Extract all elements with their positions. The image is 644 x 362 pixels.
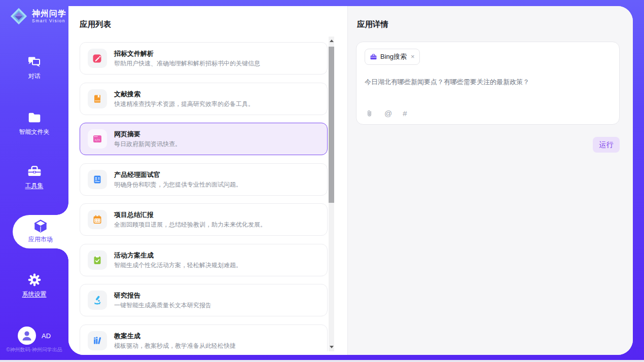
app-card-event-plan[interactable]: 活动方案生成 智能生成个性化活动方案，轻松解决规划难题。 [80,244,328,276]
app-name: 活动方案生成 [114,251,242,259]
app-desc: 每日政府新闻资讯快查。 [114,140,181,148]
scrollbar-up-arrow[interactable] [329,38,334,45]
app-detail-panel: 应用详情 Bing搜索 × 今日湖北有哪些新闻要点？有哪些需要关注的最新政策？ [348,6,633,355]
app-card-pm-interviewer[interactable]: 产品经理面试官 明确身份和职责，为您提供专业性的面试问题。 [80,163,328,196]
app-desc: 帮助用户快速、准确地理解和解析招标书中的关键信息 [114,60,260,67]
browser-code-icon: </> [88,129,107,149]
main-content: 应用列表 招标文件解析 帮助用户快速、准确地理解和解析招标书中的关键信息 [68,6,633,355]
app-window: 神州问学 Smart Vision 对话 智能文件夹 [0,0,644,362]
scrollbar-thumb[interactable] [329,47,334,203]
app-desc: 模板驱动，教案秒成，教学准备从此轻松快捷 [114,342,236,349]
briefcase-icon [370,53,377,61]
toolbox-icon [27,164,42,178]
app-name: 产品经理面试官 [114,171,242,178]
brand-name: 神州问学 [32,9,66,18]
tool-chip-label: Bing搜索 [380,52,407,61]
chat-icon [27,55,42,69]
app-name: 教案生成 [114,332,236,340]
app-name: 项目总结汇报 [114,211,266,219]
app-desc: 一键智能生成高质量长文本研究报告 [114,302,211,309]
pen-edit-icon [88,49,107,68]
sidebar-item-label: 对话 [0,72,68,81]
app-desc: 智能生成个性化活动方案，轻松解决规划难题。 [114,262,242,269]
resume-icon [88,170,107,189]
folder-icon [27,111,42,125]
calendar-icon [88,210,107,229]
sidebar-item-label: 智能文件夹 [0,128,68,136]
sidebar-item-label: 系统设置 [0,290,68,299]
brand-logo: 神州问学 Smart Vision [9,7,66,26]
app-card-research-report[interactable]: 研究报告 一键智能生成高质量长文本研究报告 [80,284,328,316]
scrollbar-down-arrow[interactable] [329,343,334,350]
sidebar-item-label: 工具集 [0,182,68,190]
scrollbar-track[interactable] [329,37,334,351]
avatar [18,327,36,345]
prompt-card: Bing搜索 × 今日湖北有哪些新闻要点？有哪些需要关注的最新政策？ @ # [356,42,620,125]
attachment-icon[interactable] [365,109,374,118]
app-list-title: 应用列表 [80,19,111,30]
app-card-literature-search[interactable]: 文献搜索 快速精准查找学术资源，提高研究效率的必备工具。 [80,83,328,115]
app-desc: 全面回顾项目进展，总结经验教训，助力未来优化发展。 [114,221,266,228]
logo-diamond-icon [9,7,28,26]
close-icon[interactable]: × [411,54,415,59]
prompt-input[interactable]: 今日湖北有哪些新闻要点？有哪些需要关注的最新政策？ [365,78,611,87]
app-card-project-report[interactable]: 项目总结汇报 全面回顾项目进展，总结经验教训，助力未来优化发展。 [80,203,328,236]
svg-text:</>: </> [95,138,100,141]
mention-icon[interactable]: @ [384,110,392,118]
input-toolbar: @ # [365,109,407,118]
sidebar-item-chat[interactable]: 对话 [0,55,68,81]
person-icon [18,327,36,345]
microscope-icon [88,291,107,310]
run-button[interactable]: 运行 [593,137,620,153]
user-name: AD [42,332,51,340]
app-card-web-summary[interactable]: </> 网页摘要 每日政府新闻资讯快查。 [80,123,328,155]
book-icon [88,89,107,108]
app-name: 网页摘要 [114,130,181,138]
app-name: 研究报告 [114,292,211,299]
app-card-bid-analysis[interactable]: 招标文件解析 帮助用户快速、准确地理解和解析招标书中的关键信息 [80,42,328,75]
cube-icon [32,219,49,234]
user-account[interactable]: AD [0,327,68,345]
books-icon [88,331,107,350]
app-list: 招标文件解析 帮助用户快速、准确地理解和解析招标书中的关键信息 [80,37,328,351]
sidebar-item-toolset[interactable]: 工具集 [0,164,68,190]
sidebar-item-app-market[interactable]: 应用市场 [13,215,68,248]
app-name: 文献搜索 [114,90,254,98]
app-card-lesson-plan[interactable]: 教案生成 模板驱动，教案秒成，教学准备从此轻松快捷 [80,324,328,352]
clipboard-check-icon [88,250,107,270]
app-desc: 明确身份和职责，为您提供专业性的面试问题。 [114,181,242,188]
gear-icon [27,273,42,287]
sidebar-item-settings[interactable]: 系统设置 [0,273,68,299]
brand-subtitle: Smart Vision [32,18,66,23]
tool-chip-bing-search[interactable]: Bing搜索 × [365,49,420,65]
app-list-panel: 应用列表 招标文件解析 帮助用户快速、准确地理解和解析招标书中的关键信息 [68,6,348,355]
copyright-footer: ©神州数码·神州问学出品 [0,346,68,353]
app-detail-title: 应用详情 [357,19,388,30]
sidebar-item-label: 应用市场 [28,236,53,243]
sidebar-item-smart-folder[interactable]: 智能文件夹 [0,111,68,136]
hash-icon[interactable]: # [403,110,407,118]
app-desc: 快速精准查找学术资源，提高研究效率的必备工具。 [114,100,254,107]
app-name: 招标文件解析 [114,50,260,57]
